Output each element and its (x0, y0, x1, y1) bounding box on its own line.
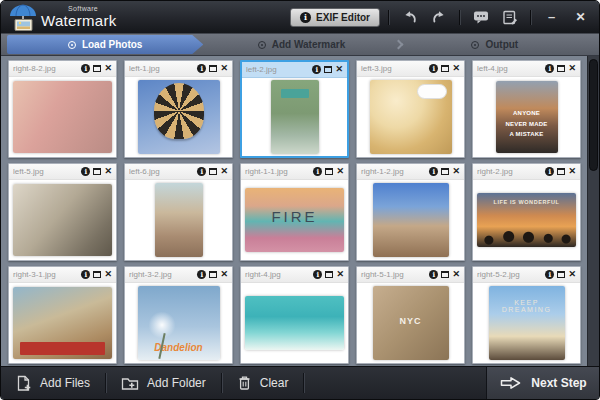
next-step-button[interactable]: Next Step (486, 367, 599, 399)
photo-card[interactable]: left-2.jpg i ✕ (240, 60, 349, 158)
photo-remove-icon[interactable]: ✕ (220, 167, 228, 176)
step-load-photos[interactable]: Load Photos (7, 35, 203, 54)
photo-preview-icon[interactable] (441, 271, 449, 278)
photo-thumb[interactable] (13, 287, 112, 359)
photo-info-icon[interactable]: i (313, 270, 322, 279)
photo-card[interactable]: right-2.jpg i ✕ LIFE IS WONDERFUL (472, 163, 581, 261)
photo-preview-icon[interactable] (557, 65, 565, 72)
photo-info-icon[interactable]: i (197, 64, 206, 73)
photo-preview-icon[interactable] (209, 168, 217, 175)
photo-preview-icon[interactable] (93, 65, 101, 72)
photo-card[interactable]: right-3-1.jpg i ✕ (8, 266, 117, 364)
photo-remove-icon[interactable]: ✕ (104, 270, 112, 279)
photo-card[interactable]: left-4.jpg i ✕ ANYONE NEVER MADE A MISTA… (472, 60, 581, 158)
photo-info-icon[interactable]: i (81, 167, 90, 176)
scrollbar-thumb[interactable] (589, 59, 598, 171)
photo-card[interactable]: left-3.jpg i ✕ (356, 60, 465, 158)
photo-remove-icon[interactable]: ✕ (452, 167, 460, 176)
photo-card-header: left-3.jpg i ✕ (357, 61, 464, 77)
photo-thumb[interactable]: NYC (373, 286, 449, 360)
photo-filename: left-2.jpg (246, 65, 309, 74)
photo-preview-icon[interactable] (441, 65, 449, 72)
photo-thumb[interactable]: KEEP DREAMING (489, 286, 565, 360)
photo-card-body (241, 283, 348, 363)
photo-remove-icon[interactable]: ✕ (220, 64, 228, 73)
photo-info-icon[interactable]: i (197, 167, 206, 176)
photo-thumb[interactable] (245, 296, 344, 350)
photo-info-icon[interactable]: i (197, 270, 206, 279)
photo-thumb[interactable]: ANYONE NEVER MADE A MISTAKE (496, 81, 558, 153)
photo-remove-icon[interactable]: ✕ (336, 167, 344, 176)
photo-overlay-text: Dandelion (138, 342, 220, 353)
photo-info-icon[interactable]: i (313, 167, 322, 176)
photo-thumb[interactable] (155, 183, 203, 257)
close-button[interactable]: ✕ (568, 6, 593, 28)
redo-icon (431, 10, 447, 24)
photo-thumb[interactable] (13, 184, 112, 256)
photo-card-header: right-5-1.jpg i ✕ (357, 267, 464, 283)
photo-preview-icon[interactable] (209, 65, 217, 72)
photo-thumb[interactable]: Dandelion (138, 286, 220, 360)
photo-card[interactable]: right-5-2.jpg i ✕ KEEP DREAMING (472, 266, 581, 364)
photo-thumb[interactable]: FIRE (245, 188, 344, 252)
photo-thumb[interactable] (373, 183, 449, 257)
photo-remove-icon[interactable]: ✕ (568, 64, 576, 73)
photo-card[interactable]: right-1-2.jpg i ✕ (356, 163, 465, 261)
photo-card[interactable]: left-1.jpg i ✕ (124, 60, 233, 158)
photo-info-icon[interactable]: i (429, 167, 438, 176)
photo-card[interactable]: right-8-2.jpg i ✕ (8, 60, 117, 158)
survey-button[interactable] (497, 6, 522, 28)
photo-card[interactable]: left-5.jpg i ✕ (8, 163, 117, 261)
photo-preview-icon[interactable] (325, 271, 333, 278)
photo-preview-icon[interactable] (441, 168, 449, 175)
photo-thumb[interactable]: LIFE IS WONDERFUL (477, 193, 576, 247)
undo-button[interactable] (397, 6, 422, 28)
photo-remove-icon[interactable]: ✕ (568, 270, 576, 279)
minimize-button[interactable]: – (539, 6, 564, 28)
photo-info-icon[interactable]: i (312, 65, 321, 74)
photo-remove-icon[interactable]: ✕ (335, 65, 343, 74)
photo-info-icon[interactable]: i (429, 64, 438, 73)
photo-remove-icon[interactable]: ✕ (104, 167, 112, 176)
photo-info-icon[interactable]: i (545, 167, 554, 176)
photo-preview-icon[interactable] (557, 168, 565, 175)
photo-thumb[interactable] (138, 80, 220, 154)
photo-thumb[interactable] (271, 80, 319, 154)
photo-info-icon[interactable]: i (545, 64, 554, 73)
photo-remove-icon[interactable]: ✕ (220, 270, 228, 279)
photo-preview-icon[interactable] (557, 271, 565, 278)
photo-preview-icon[interactable] (209, 271, 217, 278)
photo-remove-icon[interactable]: ✕ (568, 167, 576, 176)
photo-info-icon[interactable]: i (545, 270, 554, 279)
photo-overlay-text: KEEP DREAMING (489, 299, 565, 313)
feedback-button[interactable] (468, 6, 493, 28)
add-folder-button[interactable]: Add Folder (106, 367, 221, 399)
photo-info-icon[interactable]: i (429, 270, 438, 279)
add-files-label: Add Files (40, 376, 90, 390)
photo-thumb[interactable] (13, 81, 112, 153)
photo-preview-icon[interactable] (324, 66, 332, 73)
photo-info-icon[interactable]: i (81, 270, 90, 279)
photo-preview-icon[interactable] (93, 271, 101, 278)
photo-card[interactable]: right-5-1.jpg i ✕ NYC (356, 266, 465, 364)
photo-remove-icon[interactable]: ✕ (104, 64, 112, 73)
photo-card[interactable]: right-3-2.jpg i ✕ Dandelion (124, 266, 233, 364)
photo-preview-icon[interactable] (325, 168, 333, 175)
photo-card[interactable]: right-4.jpg i ✕ (240, 266, 349, 364)
step-add-watermark[interactable]: Add Watermark (203, 35, 399, 54)
photo-card[interactable]: right-1-1.jpg i ✕ FIRE (240, 163, 349, 261)
photo-remove-icon[interactable]: ✕ (336, 270, 344, 279)
exif-editor-button[interactable]: i EXIF Editor (290, 8, 380, 27)
photo-remove-icon[interactable]: ✕ (452, 64, 460, 73)
titlebar[interactable]: Software Watermark i EXIF Editor (1, 1, 599, 33)
photo-preview-icon[interactable] (93, 168, 101, 175)
step-output[interactable]: Output (397, 35, 593, 54)
clear-button[interactable]: Clear (222, 367, 304, 399)
photo-info-icon[interactable]: i (81, 64, 90, 73)
redo-button[interactable] (426, 6, 451, 28)
photo-remove-icon[interactable]: ✕ (452, 270, 460, 279)
vertical-scrollbar[interactable] (587, 56, 599, 366)
photo-card[interactable]: left-6.jpg i ✕ (124, 163, 233, 261)
photo-thumb[interactable] (370, 80, 452, 154)
add-files-button[interactable]: Add Files (1, 367, 105, 399)
